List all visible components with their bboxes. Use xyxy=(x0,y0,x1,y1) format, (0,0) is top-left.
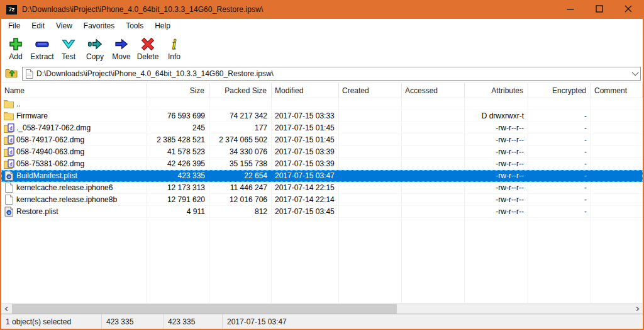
table-row[interactable]: Firmware76 593 69974 217 3422017-07-15 0… xyxy=(1,110,643,122)
cell-name: Firmware xyxy=(1,110,147,122)
column-header-modified[interactable]: Modified xyxy=(272,83,339,98)
table-row[interactable]: aRestore.plist4 9118122017-07-15 03:45-r… xyxy=(1,206,643,218)
file-name: Firmware xyxy=(16,111,48,120)
scroll-right-arrow-icon[interactable] xyxy=(632,304,643,314)
cell-accessed xyxy=(402,98,465,110)
cell-created xyxy=(339,170,402,181)
plist-file-icon: a xyxy=(3,171,14,181)
menu-item-edit[interactable]: Edit xyxy=(26,20,50,32)
table-row[interactable]: d058-74940-063.dmg41 578 52334 330 07620… xyxy=(1,146,643,158)
column-header-accessed[interactable]: Accessed xyxy=(402,83,465,98)
toolbar-button-delete[interactable]: Delete xyxy=(135,35,161,61)
menu-item-favorites[interactable]: Favorites xyxy=(78,20,120,32)
table-row[interactable]: .. xyxy=(1,98,643,110)
window-title: D:\Downloads\iProject\iPhone_4.0_64bit_1… xyxy=(22,5,263,14)
file-list-body: ..Firmware76 593 69974 217 3422017-07-15… xyxy=(1,98,643,303)
cell-comment xyxy=(591,194,643,205)
cell-comment xyxy=(591,98,643,110)
cell-modified xyxy=(272,98,339,110)
cell-packed: 177 xyxy=(209,122,272,134)
toolbar-button-label: Delete xyxy=(137,52,159,61)
scroll-left-arrow-icon[interactable] xyxy=(1,304,12,314)
address-combobox[interactable]: D:\Downloads\iProject\iPhone_4.0_64bit_1… xyxy=(22,67,641,81)
cell-name: aRestore.plist xyxy=(1,206,147,217)
cell-comment xyxy=(591,146,643,157)
svg-text:i: i xyxy=(172,37,177,52)
column-header-created[interactable]: Created xyxy=(339,83,402,98)
svg-text:d: d xyxy=(9,160,13,166)
move-arrow-icon xyxy=(113,36,130,52)
maximize-button[interactable] xyxy=(585,0,614,19)
toolbar-button-extract[interactable]: Extract xyxy=(29,35,55,61)
cell-comment xyxy=(591,206,643,217)
cell-packed: 2 374 065 502 xyxy=(209,134,272,145)
cell-size: 423 335 xyxy=(147,170,209,181)
column-header-comment[interactable]: Comment xyxy=(591,83,643,98)
cell-size: 41 578 523 xyxy=(147,146,209,157)
cell-encrypted: - xyxy=(528,122,591,134)
toolbar-button-move[interactable]: Move xyxy=(108,35,135,61)
table-row[interactable]: aBuildManifest.plist423 33522 6542017-07… xyxy=(1,170,643,182)
cell-attributes: -rw-r--r-- xyxy=(465,182,528,193)
copy-arrow-icon xyxy=(87,36,103,52)
cell-size: 76 593 699 xyxy=(147,110,209,122)
file-name: ._058-74917-062.dmg xyxy=(16,123,91,132)
chevron-down-icon[interactable] xyxy=(631,69,638,76)
horizontal-scrollbar[interactable] xyxy=(1,303,643,314)
table-row[interactable]: d058-74917-062.dmg2 385 428 5212 374 065… xyxy=(1,134,643,146)
cell-created xyxy=(339,206,402,217)
toolbar-button-info[interactable]: iInfo xyxy=(161,35,187,61)
cell-attributes: D drwxrwxr-t xyxy=(465,110,528,122)
menu-item-file[interactable]: File xyxy=(3,20,26,32)
table-row[interactable]: kernelcache.release.iphone612 173 31311 … xyxy=(1,182,643,194)
scrollbar-thumb[interactable] xyxy=(12,304,397,314)
menu-item-tools[interactable]: Tools xyxy=(120,20,149,32)
file-list: NameSizePacked SizeModifiedCreatedAccess… xyxy=(1,82,643,303)
close-button[interactable] xyxy=(614,0,643,19)
table-row[interactable]: kernelcache.release.iphone8b12 791 62012… xyxy=(1,194,643,206)
cell-encrypted: - xyxy=(528,134,591,145)
add-plus-icon xyxy=(8,36,24,52)
cell-size: 42 426 395 xyxy=(147,158,209,169)
cell-encrypted: - xyxy=(528,158,591,169)
column-header-packed[interactable]: Packed Size xyxy=(209,83,272,98)
column-header-size[interactable]: Size xyxy=(147,83,209,98)
cell-packed: 74 217 342 xyxy=(209,110,272,122)
cell-name: kernelcache.release.iphone6 xyxy=(1,182,147,193)
toolbar-button-copy[interactable]: Copy xyxy=(82,35,108,61)
archive-file-icon xyxy=(25,69,33,79)
cell-attributes: -rw-r--r-- xyxy=(465,206,528,217)
plain-file-icon xyxy=(3,195,14,205)
column-header-encrypted[interactable]: Encrypted xyxy=(528,83,591,98)
table-row[interactable]: d058-75381-062.dmg42 426 39535 155 73820… xyxy=(1,158,643,170)
cell-size: 12 173 313 xyxy=(147,182,209,193)
cell-size: 2 385 428 521 xyxy=(147,134,209,145)
toolbar-button-add[interactable]: Add xyxy=(3,35,29,61)
cell-packed: 812 xyxy=(209,206,272,217)
cell-created xyxy=(339,122,402,134)
menu-item-help[interactable]: Help xyxy=(149,20,176,32)
column-header-name[interactable]: Name xyxy=(1,83,147,98)
status-size: 423 335 xyxy=(102,314,164,329)
cell-size: 4 911 xyxy=(147,206,209,217)
cell-packed: 11 446 247 xyxy=(209,182,272,193)
cell-created xyxy=(339,194,402,205)
svg-text:d: d xyxy=(9,148,13,154)
dmg-archive-icon: d xyxy=(3,123,14,133)
cell-name: aBuildManifest.plist xyxy=(1,170,147,181)
cell-created xyxy=(339,182,402,193)
toolbar-button-test[interactable]: Test xyxy=(55,35,82,61)
minimize-button[interactable] xyxy=(556,0,585,19)
cell-comment xyxy=(591,182,643,193)
window-controls xyxy=(556,0,643,19)
title-bar: 7z D:\Downloads\iProject\iPhone_4.0_64bi… xyxy=(1,0,643,19)
column-header-attributes[interactable]: Attributes xyxy=(465,83,528,98)
test-check-icon xyxy=(60,36,77,52)
parent-folder-button[interactable] xyxy=(3,67,19,81)
cell-modified: 2017-07-15 03:33 xyxy=(272,110,339,122)
extract-minus-icon xyxy=(34,36,50,52)
menu-item-view[interactable]: View xyxy=(50,20,78,32)
table-row[interactable]: d._058-74917-062.dmg2451772017-07-15 01:… xyxy=(1,122,643,134)
cell-accessed xyxy=(402,194,465,205)
cell-encrypted: - xyxy=(528,206,591,217)
